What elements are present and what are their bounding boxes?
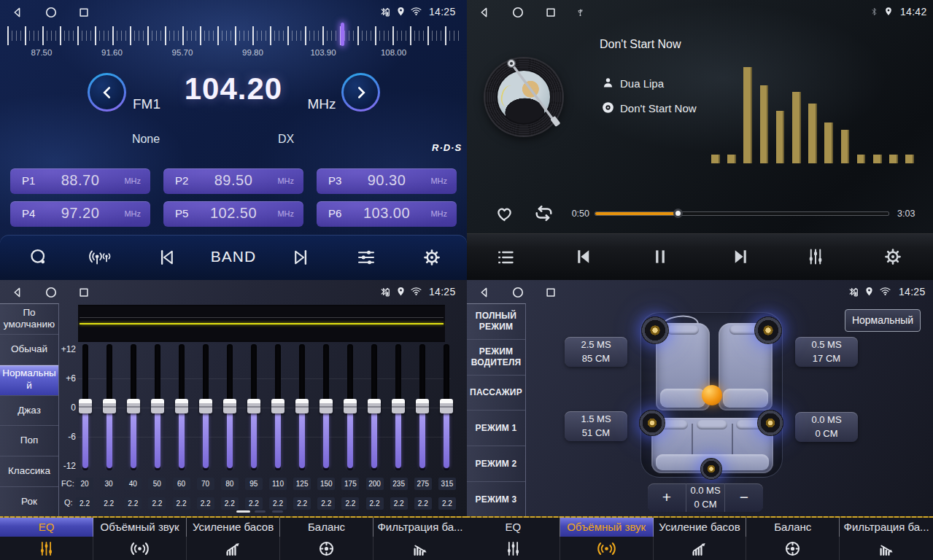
surround-mode-1[interactable]: ПОЛНЫЙ РЕЖИМ bbox=[467, 304, 525, 340]
surround-preset-button[interactable]: Нормальный bbox=[845, 309, 921, 332]
eq-band-slider-60[interactable] bbox=[172, 344, 191, 470]
eq-tab-1[interactable]: EQ bbox=[0, 518, 93, 560]
surround-tab-5[interactable]: Фильтрация ба... bbox=[840, 518, 933, 560]
favorite-icon[interactable] bbox=[493, 203, 516, 224]
eq-band-slider-275[interactable] bbox=[413, 344, 432, 470]
radio-preset-P2[interactable]: P289.50MHz bbox=[163, 168, 303, 194]
surround-tab-2[interactable]: Объёмный звук bbox=[560, 518, 654, 560]
pause-icon[interactable] bbox=[650, 246, 670, 268]
speaker-rear-left-icon[interactable] bbox=[639, 410, 665, 436]
eq-band-slider-95[interactable] bbox=[244, 344, 263, 470]
seek-up-button[interactable] bbox=[341, 73, 380, 112]
speaker-front-right-icon[interactable] bbox=[754, 316, 782, 344]
eq-band-slider-30[interactable] bbox=[100, 344, 119, 470]
slider-handle[interactable] bbox=[151, 399, 164, 413]
slider-handle[interactable] bbox=[344, 399, 357, 413]
eq-band-slider-200[interactable] bbox=[365, 344, 384, 470]
slider-handle[interactable] bbox=[271, 399, 284, 413]
gear-icon[interactable] bbox=[882, 246, 904, 268]
q-value-7[interactable]: 2.2 bbox=[221, 497, 239, 510]
eq-band-slider-315[interactable] bbox=[437, 344, 456, 470]
fc-value-125[interactable]: 125 bbox=[293, 478, 311, 490]
recents-icon[interactable] bbox=[544, 286, 557, 299]
increase-delay-button[interactable]: + bbox=[648, 483, 686, 512]
progress-thumb[interactable] bbox=[673, 209, 683, 218]
decrease-delay-button[interactable]: − bbox=[725, 483, 763, 512]
q-value-10[interactable]: 2.2 bbox=[293, 497, 311, 510]
surround-mode-4[interactable]: РЕЖИМ 1 bbox=[467, 411, 525, 446]
speaker-front-left-icon[interactable] bbox=[641, 316, 669, 344]
equalizer-icon[interactable] bbox=[805, 245, 826, 268]
recents-icon[interactable] bbox=[77, 6, 90, 19]
fc-value-70[interactable]: 70 bbox=[197, 478, 214, 490]
q-value-13[interactable]: 2.2 bbox=[366, 497, 384, 510]
slider-handle[interactable] bbox=[223, 399, 236, 413]
q-value-14[interactable]: 2.2 bbox=[390, 497, 408, 510]
slider-handle[interactable] bbox=[295, 399, 309, 413]
radio-preset-P3[interactable]: P390.30MHz bbox=[317, 168, 457, 194]
back-icon[interactable] bbox=[477, 6, 492, 19]
q-value-5[interactable]: 2.2 bbox=[173, 497, 190, 510]
surround-tab-1[interactable]: EQ bbox=[467, 518, 560, 560]
home-icon[interactable] bbox=[511, 5, 525, 20]
fc-value-50[interactable]: 50 bbox=[148, 478, 166, 490]
eq-preset-1[interactable]: По умолчанию bbox=[0, 304, 58, 335]
delay-front-right-button[interactable]: 0.5 MS 17 CM bbox=[795, 337, 858, 367]
slider-handle[interactable] bbox=[199, 399, 212, 413]
radio-preset-P6[interactable]: P6103.00MHz bbox=[317, 201, 457, 227]
radio-preset-P4[interactable]: P497.20MHz bbox=[10, 201, 150, 227]
broadcast-icon[interactable] bbox=[89, 246, 112, 268]
q-value-11[interactable]: 2.2 bbox=[317, 497, 335, 510]
q-value-15[interactable]: 2.2 bbox=[414, 497, 432, 510]
eq-band-slider-175[interactable] bbox=[341, 344, 360, 470]
fc-value-175[interactable]: 175 bbox=[341, 478, 359, 490]
q-value-4[interactable]: 2.2 bbox=[148, 497, 166, 510]
fc-value-275[interactable]: 275 bbox=[414, 478, 432, 490]
gear-icon[interactable] bbox=[421, 246, 443, 268]
recents-icon[interactable] bbox=[77, 286, 90, 299]
q-value-3[interactable]: 2.2 bbox=[124, 497, 142, 510]
eq-band-slider-110[interactable] bbox=[268, 344, 287, 470]
fc-value-95[interactable]: 95 bbox=[245, 478, 263, 490]
fc-value-200[interactable]: 200 bbox=[366, 478, 384, 490]
next-track-icon[interactable] bbox=[730, 246, 752, 268]
playlist-icon[interactable] bbox=[495, 247, 516, 268]
delay-rear-right-button[interactable]: 0.0 MS 0 CM bbox=[795, 412, 858, 442]
previous-track-icon[interactable] bbox=[572, 246, 594, 268]
fc-value-40[interactable]: 40 bbox=[124, 478, 142, 490]
eq-preset-7[interactable]: Рок bbox=[0, 487, 58, 518]
slider-handle[interactable] bbox=[127, 399, 140, 413]
progress-bar[interactable] bbox=[595, 211, 889, 216]
eq-tab-3[interactable]: Усиление басов bbox=[187, 518, 280, 560]
fc-value-80[interactable]: 80 bbox=[221, 478, 239, 490]
fc-value-150[interactable]: 150 bbox=[317, 478, 335, 490]
fc-value-20[interactable]: 20 bbox=[76, 478, 93, 490]
repeat-icon[interactable] bbox=[531, 201, 557, 225]
q-value-9[interactable]: 2.2 bbox=[269, 497, 287, 510]
previous-station-icon[interactable] bbox=[155, 246, 177, 268]
scan-icon[interactable] bbox=[28, 246, 50, 268]
seek-down-button[interactable] bbox=[88, 73, 126, 112]
slider-handle[interactable] bbox=[440, 399, 453, 413]
eq-band-slider-20[interactable] bbox=[76, 344, 95, 470]
eq-band-slider-50[interactable] bbox=[148, 344, 167, 470]
surround-mode-5[interactable]: РЕЖИМ 2 bbox=[467, 446, 525, 482]
slider-handle[interactable] bbox=[247, 399, 260, 413]
slider-handle[interactable] bbox=[79, 399, 92, 413]
eq-band-slider-80[interactable] bbox=[220, 344, 239, 470]
eq-band-slider-125[interactable] bbox=[293, 344, 311, 470]
surround-mode-6[interactable]: РЕЖИМ 3 bbox=[467, 482, 525, 518]
eq-band-slider-70[interactable] bbox=[196, 344, 215, 470]
q-value-8[interactable]: 2.2 bbox=[245, 497, 263, 510]
fc-value-30[interactable]: 30 bbox=[100, 478, 117, 490]
slider-handle[interactable] bbox=[320, 399, 333, 413]
slider-handle[interactable] bbox=[416, 399, 429, 413]
back-icon[interactable] bbox=[477, 286, 492, 299]
fc-value-60[interactable]: 60 bbox=[173, 478, 190, 490]
surround-mode-3[interactable]: ПАССАЖИР bbox=[467, 376, 525, 411]
radio-preset-P1[interactable]: P188.70MHz bbox=[10, 168, 150, 194]
fc-value-235[interactable]: 235 bbox=[390, 478, 408, 490]
fc-value-315[interactable]: 315 bbox=[438, 478, 456, 490]
back-icon[interactable] bbox=[10, 6, 25, 19]
eq-tab-5[interactable]: Фильтрация ба... bbox=[373, 518, 467, 560]
